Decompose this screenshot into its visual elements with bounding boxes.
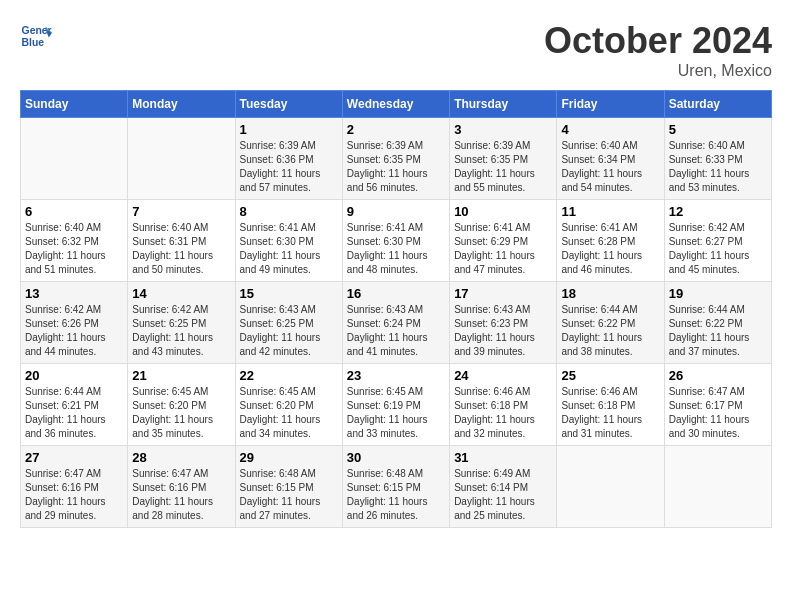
calendar-cell: 4Sunrise: 6:40 AMSunset: 6:34 PMDaylight… [557,118,664,200]
day-info: Sunrise: 6:40 AMSunset: 6:32 PMDaylight:… [25,221,123,277]
calendar-cell: 9Sunrise: 6:41 AMSunset: 6:30 PMDaylight… [342,200,449,282]
calendar-cell: 30Sunrise: 6:48 AMSunset: 6:15 PMDayligh… [342,446,449,528]
calendar-cell: 3Sunrise: 6:39 AMSunset: 6:35 PMDaylight… [450,118,557,200]
day-info: Sunrise: 6:48 AMSunset: 6:15 PMDaylight:… [347,467,445,523]
day-number: 27 [25,450,123,465]
day-number: 18 [561,286,659,301]
day-info: Sunrise: 6:40 AMSunset: 6:31 PMDaylight:… [132,221,230,277]
day-number: 14 [132,286,230,301]
calendar-cell: 12Sunrise: 6:42 AMSunset: 6:27 PMDayligh… [664,200,771,282]
day-info: Sunrise: 6:45 AMSunset: 6:19 PMDaylight:… [347,385,445,441]
calendar-cell [128,118,235,200]
calendar-cell: 19Sunrise: 6:44 AMSunset: 6:22 PMDayligh… [664,282,771,364]
calendar-cell: 7Sunrise: 6:40 AMSunset: 6:31 PMDaylight… [128,200,235,282]
page-header: General Blue October 2024 Uren, Mexico [20,20,772,80]
calendar-cell: 13Sunrise: 6:42 AMSunset: 6:26 PMDayligh… [21,282,128,364]
day-number: 1 [240,122,338,137]
calendar-cell: 28Sunrise: 6:47 AMSunset: 6:16 PMDayligh… [128,446,235,528]
day-info: Sunrise: 6:39 AMSunset: 6:36 PMDaylight:… [240,139,338,195]
day-number: 10 [454,204,552,219]
day-number: 20 [25,368,123,383]
calendar-cell: 10Sunrise: 6:41 AMSunset: 6:29 PMDayligh… [450,200,557,282]
day-number: 30 [347,450,445,465]
day-info: Sunrise: 6:40 AMSunset: 6:34 PMDaylight:… [561,139,659,195]
calendar-cell: 8Sunrise: 6:41 AMSunset: 6:30 PMDaylight… [235,200,342,282]
calendar-week-row: 1Sunrise: 6:39 AMSunset: 6:36 PMDaylight… [21,118,772,200]
day-info: Sunrise: 6:40 AMSunset: 6:33 PMDaylight:… [669,139,767,195]
day-number: 28 [132,450,230,465]
calendar-cell: 2Sunrise: 6:39 AMSunset: 6:35 PMDaylight… [342,118,449,200]
day-info: Sunrise: 6:42 AMSunset: 6:27 PMDaylight:… [669,221,767,277]
day-number: 23 [347,368,445,383]
day-info: Sunrise: 6:39 AMSunset: 6:35 PMDaylight:… [454,139,552,195]
day-info: Sunrise: 6:41 AMSunset: 6:30 PMDaylight:… [240,221,338,277]
calendar-week-row: 20Sunrise: 6:44 AMSunset: 6:21 PMDayligh… [21,364,772,446]
calendar-cell [664,446,771,528]
day-number: 24 [454,368,552,383]
calendar-cell: 6Sunrise: 6:40 AMSunset: 6:32 PMDaylight… [21,200,128,282]
weekday-header-monday: Monday [128,91,235,118]
day-info: Sunrise: 6:46 AMSunset: 6:18 PMDaylight:… [454,385,552,441]
day-number: 9 [347,204,445,219]
calendar-cell: 1Sunrise: 6:39 AMSunset: 6:36 PMDaylight… [235,118,342,200]
logo-icon: General Blue [20,20,52,52]
calendar-week-row: 27Sunrise: 6:47 AMSunset: 6:16 PMDayligh… [21,446,772,528]
calendar-cell: 15Sunrise: 6:43 AMSunset: 6:25 PMDayligh… [235,282,342,364]
day-number: 8 [240,204,338,219]
calendar-week-row: 13Sunrise: 6:42 AMSunset: 6:26 PMDayligh… [21,282,772,364]
location-title: Uren, Mexico [544,62,772,80]
weekday-header-saturday: Saturday [664,91,771,118]
calendar-cell: 14Sunrise: 6:42 AMSunset: 6:25 PMDayligh… [128,282,235,364]
day-number: 29 [240,450,338,465]
day-info: Sunrise: 6:39 AMSunset: 6:35 PMDaylight:… [347,139,445,195]
calendar-cell: 18Sunrise: 6:44 AMSunset: 6:22 PMDayligh… [557,282,664,364]
day-info: Sunrise: 6:48 AMSunset: 6:15 PMDaylight:… [240,467,338,523]
calendar-cell: 23Sunrise: 6:45 AMSunset: 6:19 PMDayligh… [342,364,449,446]
day-number: 12 [669,204,767,219]
weekday-header-thursday: Thursday [450,91,557,118]
day-number: 26 [669,368,767,383]
weekday-header-friday: Friday [557,91,664,118]
day-info: Sunrise: 6:46 AMSunset: 6:18 PMDaylight:… [561,385,659,441]
day-info: Sunrise: 6:41 AMSunset: 6:28 PMDaylight:… [561,221,659,277]
day-number: 2 [347,122,445,137]
day-number: 3 [454,122,552,137]
day-number: 11 [561,204,659,219]
calendar-cell: 26Sunrise: 6:47 AMSunset: 6:17 PMDayligh… [664,364,771,446]
svg-text:Blue: Blue [22,37,45,48]
calendar-cell: 5Sunrise: 6:40 AMSunset: 6:33 PMDaylight… [664,118,771,200]
calendar-cell: 31Sunrise: 6:49 AMSunset: 6:14 PMDayligh… [450,446,557,528]
day-info: Sunrise: 6:47 AMSunset: 6:16 PMDaylight:… [132,467,230,523]
calendar-cell [21,118,128,200]
day-info: Sunrise: 6:43 AMSunset: 6:23 PMDaylight:… [454,303,552,359]
day-number: 17 [454,286,552,301]
day-number: 13 [25,286,123,301]
calendar-cell: 20Sunrise: 6:44 AMSunset: 6:21 PMDayligh… [21,364,128,446]
title-block: October 2024 Uren, Mexico [544,20,772,80]
day-info: Sunrise: 6:43 AMSunset: 6:25 PMDaylight:… [240,303,338,359]
day-info: Sunrise: 6:41 AMSunset: 6:30 PMDaylight:… [347,221,445,277]
calendar-cell: 29Sunrise: 6:48 AMSunset: 6:15 PMDayligh… [235,446,342,528]
day-number: 31 [454,450,552,465]
weekday-header-sunday: Sunday [21,91,128,118]
day-info: Sunrise: 6:43 AMSunset: 6:24 PMDaylight:… [347,303,445,359]
day-number: 15 [240,286,338,301]
logo: General Blue [20,20,52,52]
day-info: Sunrise: 6:44 AMSunset: 6:22 PMDaylight:… [561,303,659,359]
day-info: Sunrise: 6:45 AMSunset: 6:20 PMDaylight:… [132,385,230,441]
day-number: 22 [240,368,338,383]
day-number: 5 [669,122,767,137]
month-title: October 2024 [544,20,772,62]
day-info: Sunrise: 6:45 AMSunset: 6:20 PMDaylight:… [240,385,338,441]
calendar-cell: 17Sunrise: 6:43 AMSunset: 6:23 PMDayligh… [450,282,557,364]
day-number: 16 [347,286,445,301]
day-number: 6 [25,204,123,219]
day-number: 7 [132,204,230,219]
day-info: Sunrise: 6:41 AMSunset: 6:29 PMDaylight:… [454,221,552,277]
calendar-cell: 21Sunrise: 6:45 AMSunset: 6:20 PMDayligh… [128,364,235,446]
calendar-cell: 11Sunrise: 6:41 AMSunset: 6:28 PMDayligh… [557,200,664,282]
calendar-cell [557,446,664,528]
weekday-header-row: SundayMondayTuesdayWednesdayThursdayFrid… [21,91,772,118]
day-info: Sunrise: 6:42 AMSunset: 6:25 PMDaylight:… [132,303,230,359]
calendar-table: SundayMondayTuesdayWednesdayThursdayFrid… [20,90,772,528]
